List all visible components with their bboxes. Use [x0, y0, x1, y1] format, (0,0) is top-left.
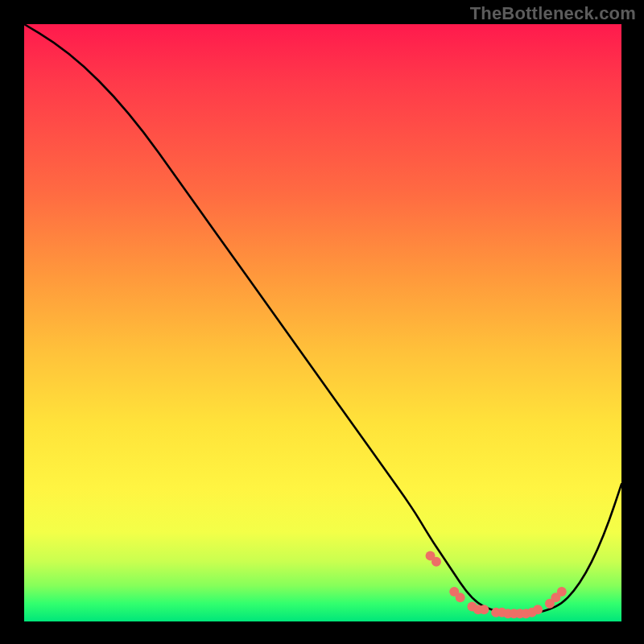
threshold-marker — [557, 587, 567, 597]
watermark-text: TheBottleneck.com — [470, 3, 636, 24]
threshold-marker — [456, 592, 465, 602]
threshold-marker — [479, 605, 489, 614]
bottleneck-curve — [24, 24, 621, 614]
threshold-marker — [431, 557, 441, 567]
chart-frame: TheBottleneck.com — [0, 0, 644, 644]
chart-svg — [24, 24, 621, 621]
threshold-marker — [533, 605, 543, 614]
plot-area — [24, 24, 621, 621]
